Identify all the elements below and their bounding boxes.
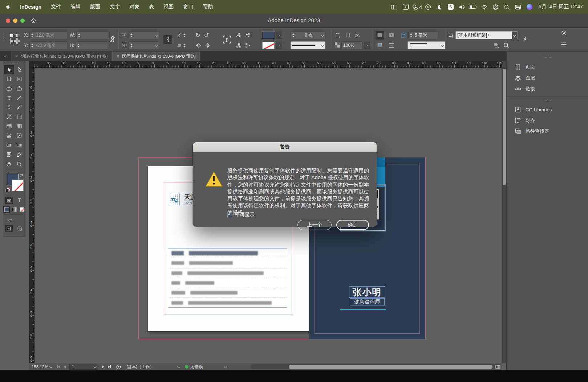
gradient-feather-tool[interactable] bbox=[14, 140, 24, 150]
free-transform-tool[interactable] bbox=[14, 131, 24, 140]
search-icon[interactable] bbox=[503, 4, 511, 10]
dock-grip[interactable] bbox=[507, 56, 588, 59]
collapse-panels-icon[interactable]: « bbox=[0, 52, 11, 61]
x-position-field[interactable]: 12.8 毫米 bbox=[29, 31, 67, 39]
window-tile-icon[interactable] bbox=[390, 4, 399, 10]
scissors-tool[interactable] bbox=[4, 131, 14, 140]
scale-x-dropdown[interactable] bbox=[129, 31, 159, 39]
panel-links[interactable]: 链接 bbox=[507, 83, 588, 94]
pen-tool[interactable] bbox=[4, 103, 14, 112]
ok-button[interactable]: 确定 bbox=[336, 220, 369, 230]
width-field[interactable] bbox=[76, 31, 110, 39]
gradient-tool[interactable] bbox=[4, 140, 14, 150]
stroke-style-dropdown[interactable] bbox=[291, 41, 325, 49]
horizontal-scrollbar[interactable] bbox=[251, 364, 501, 369]
corner-shape-icon[interactable] bbox=[345, 32, 351, 38]
y-position-field[interactable]: -20.9 毫米 bbox=[29, 41, 67, 49]
content-placer-tool[interactable] bbox=[14, 84, 24, 93]
ruler-origin-corner[interactable] bbox=[29, 61, 35, 68]
reference-point-proxy[interactable] bbox=[10, 34, 20, 44]
flip-horizontal-button[interactable] bbox=[195, 42, 201, 48]
spread-view-icon[interactable] bbox=[495, 364, 501, 370]
zoom-level-control[interactable]: 158.12% bbox=[29, 363, 54, 370]
menu-item-8[interactable]: 窗口 bbox=[178, 0, 198, 14]
view-options-icon[interactable] bbox=[6, 216, 14, 223]
rotate-ccw-button[interactable]: ↺ bbox=[204, 32, 208, 39]
preflight-profile-dropdown[interactable]: [基本]（工作） bbox=[124, 363, 182, 370]
wifi-icon[interactable] bbox=[480, 4, 489, 10]
x-stepper[interactable] bbox=[31, 32, 35, 38]
eyedropper-tool[interactable] bbox=[14, 150, 24, 159]
break-link-to-style-button[interactable] bbox=[493, 42, 499, 48]
scrollbar-thumb[interactable] bbox=[289, 365, 492, 369]
hand-tool[interactable] bbox=[4, 159, 14, 169]
wechat-icon[interactable]: 4 bbox=[413, 4, 421, 10]
account-icon[interactable] bbox=[491, 4, 500, 10]
select-next-object-button[interactable] bbox=[245, 33, 251, 38]
last-page-button[interactable] bbox=[108, 365, 111, 369]
moon-icon[interactable] bbox=[435, 4, 444, 10]
direct-selection-tool[interactable] bbox=[14, 65, 24, 74]
y-stepper[interactable] bbox=[31, 42, 35, 49]
swap-fill-stroke-icon[interactable]: ⇄ bbox=[20, 173, 23, 178]
line-tool[interactable] bbox=[14, 93, 24, 103]
menu-item-1[interactable]: 文件 bbox=[46, 0, 66, 14]
preflight-status[interactable]: 无错误 bbox=[182, 363, 230, 370]
link-scale-button[interactable] bbox=[163, 35, 172, 44]
close-tab-icon[interactable]: × bbox=[117, 54, 119, 59]
frame-tool[interactable] bbox=[4, 112, 14, 122]
selection-tool[interactable] bbox=[4, 65, 14, 74]
menu-item-4[interactable]: 文字 bbox=[105, 0, 125, 14]
dont-show-again-checkbox[interactable]: 不再显示 bbox=[227, 211, 255, 218]
panel-pathfinder[interactable]: 路径查找器 bbox=[507, 126, 588, 137]
panel-align[interactable]: 对齐 bbox=[507, 115, 588, 126]
gap-tool[interactable] bbox=[14, 74, 24, 84]
menu-item-7[interactable]: 视图 bbox=[159, 0, 178, 14]
zoom-tool[interactable] bbox=[14, 159, 24, 169]
close-tab-icon[interactable]: × bbox=[15, 54, 18, 59]
play-circle-icon[interactable] bbox=[424, 4, 433, 10]
control-center-icon[interactable] bbox=[514, 4, 523, 10]
wrap-object-shape-button[interactable] bbox=[376, 41, 384, 50]
menu-item-5[interactable]: 对象 bbox=[125, 0, 144, 14]
panel-grip[interactable] bbox=[3, 33, 4, 41]
stroke-color-swatch[interactable] bbox=[262, 42, 275, 49]
panel-menu-icon[interactable] bbox=[561, 41, 567, 48]
clear-overrides-button[interactable] bbox=[503, 42, 509, 48]
volume-icon[interactable] bbox=[458, 4, 466, 10]
panel-cc-libraries[interactable]: CC Libraries bbox=[507, 104, 588, 115]
apply-color-button[interactable] bbox=[3, 206, 10, 213]
vertical-grid-tool[interactable] bbox=[14, 122, 24, 131]
flip-vertical-button[interactable] bbox=[205, 42, 211, 48]
select-parent-button[interactable] bbox=[245, 43, 251, 48]
corner-options-icon[interactable] bbox=[335, 32, 341, 38]
rotation-stepper[interactable] bbox=[183, 32, 187, 38]
dock-grip[interactable] bbox=[507, 99, 588, 103]
type-tool[interactable]: T bbox=[4, 93, 14, 103]
stroke-swatch[interactable] bbox=[12, 180, 24, 191]
document-tab-2[interactable]: × 医疗保健名片.indd @ 158% [GPU 预览] bbox=[112, 52, 200, 61]
apply-none-button[interactable] bbox=[19, 206, 25, 213]
default-fill-stroke-icon[interactable] bbox=[5, 188, 11, 193]
checkbox-box[interactable] bbox=[227, 213, 232, 217]
input-method-icon[interactable]: 字 bbox=[401, 4, 410, 10]
apple-menu[interactable] bbox=[0, 0, 15, 14]
rotate-cw-button[interactable]: ↻ bbox=[195, 32, 200, 39]
page-number-field[interactable]: 1 bbox=[69, 364, 98, 370]
effects-button[interactable]: fx. bbox=[355, 33, 360, 38]
menu-app-name[interactable]: InDesign bbox=[15, 0, 46, 14]
preflight-icon[interactable] bbox=[113, 363, 124, 370]
contact-info-table[interactable] bbox=[168, 248, 287, 308]
vertical-scrollbar[interactable] bbox=[502, 61, 506, 363]
quick-apply-lightning-icon[interactable] bbox=[522, 36, 528, 44]
panel-layers[interactable]: 图层 bbox=[507, 73, 588, 83]
menubar-clock[interactable]: 6月14日 周五 12:47 bbox=[539, 4, 583, 10]
content-collector-tool[interactable] bbox=[4, 84, 14, 93]
siri-icon[interactable] bbox=[525, 4, 534, 10]
scrollbar-thumb[interactable] bbox=[503, 69, 506, 185]
scale-y-dropdown[interactable] bbox=[129, 41, 159, 49]
constrain-proportions-icon[interactable] bbox=[109, 36, 116, 43]
stroke-weight-field[interactable]: 0 点 bbox=[291, 31, 325, 39]
first-page-button[interactable] bbox=[57, 365, 60, 369]
person-title-text[interactable]: 健康咨询师 bbox=[350, 298, 385, 305]
